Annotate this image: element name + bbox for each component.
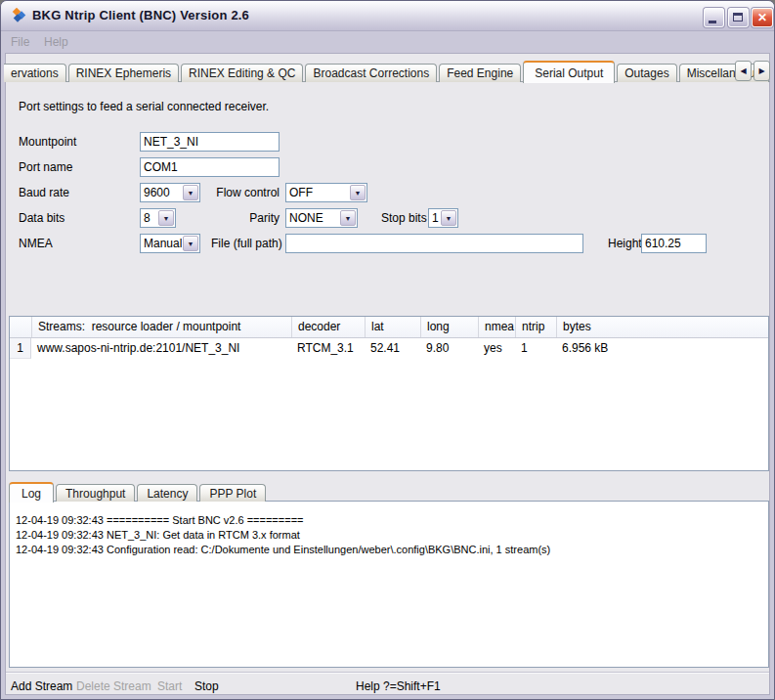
- cell-mountpoint: www.sapos-ni-ntrip.de:2101/NET_3_NI: [31, 338, 291, 359]
- baud-rate-value: 9600: [141, 186, 182, 199]
- menu-file[interactable]: File: [11, 35, 29, 49]
- app-window: BKG Ntrip Client (BNC) Version 2.6 ✕ Fil…: [0, 0, 775, 700]
- tab-rinex-editing-qc[interactable]: RINEX Editing & QC: [181, 64, 303, 82]
- col-nmea: nmea: [478, 317, 515, 337]
- log-line: 12-04-19 09:32:43 Configuration read: C:…: [16, 543, 762, 557]
- height-label: Height: [608, 237, 642, 250]
- file-path-input[interactable]: [285, 234, 583, 253]
- minimize-button[interactable]: [704, 8, 724, 27]
- tab-throughput[interactable]: Throughput: [56, 484, 135, 502]
- col-decoder: decoder: [291, 317, 365, 337]
- form-description: Port settings to feed a serial connected…: [19, 100, 269, 113]
- streams-table: Streams: resource loader / mountpoint de…: [9, 316, 769, 471]
- parity-value: NONE: [286, 211, 339, 225]
- main-tab-bar: ervations RINEX Ephemeris RINEX Editing …: [4, 60, 769, 82]
- file-path-label: File (full path): [211, 237, 282, 250]
- parity-label: Parity: [211, 211, 280, 225]
- data-bits-value: 8: [141, 211, 157, 225]
- chevron-down-icon[interactable]: ▼: [183, 236, 198, 251]
- cell-nmea: yes: [478, 338, 515, 359]
- stop-bits-value: 1: [429, 211, 440, 225]
- delete-stream-button: Delete Stream: [76, 679, 151, 693]
- tab-rinex-ephemeris[interactable]: RINEX Ephemeris: [68, 64, 179, 82]
- baud-rate-select[interactable]: 9600 ▼: [140, 183, 200, 202]
- maximize-icon: [733, 13, 743, 22]
- col-mountpoint: Streams: resource loader / mountpoint: [31, 317, 291, 337]
- data-bits-label: Data bits: [19, 211, 65, 225]
- cell-lat: 52.41: [365, 338, 420, 359]
- bottom-separator: [6, 672, 769, 674]
- flow-control-select[interactable]: OFF ▼: [285, 183, 367, 202]
- close-button[interactable]: ✕: [752, 8, 773, 27]
- mountpoint-label: Mountpoint: [19, 135, 76, 149]
- port-name-input[interactable]: [140, 157, 280, 177]
- tab-serial-output[interactable]: Serial Output: [523, 61, 615, 83]
- tab-ppp-plot[interactable]: PPP Plot: [199, 484, 266, 502]
- cell-bytes: 6.956 kB: [556, 338, 768, 359]
- flow-control-value: OFF: [286, 186, 349, 199]
- parity-select[interactable]: NONE ▼: [285, 208, 358, 228]
- stop-button[interactable]: Stop: [194, 679, 219, 693]
- row-number-header: [10, 317, 31, 337]
- close-icon: ✕: [757, 11, 767, 24]
- cell-ntrip: 1: [515, 338, 556, 359]
- cell-decoder: RTCM_3.1: [291, 338, 365, 359]
- tab-feed-engine[interactable]: Feed Engine: [439, 64, 521, 82]
- table-row[interactable]: 1 www.sapos-ni-ntrip.de:2101/NET_3_NI RT…: [10, 338, 768, 359]
- tab-log[interactable]: Log: [9, 482, 54, 503]
- tab-scroll-left-button[interactable]: ◀: [735, 61, 752, 81]
- flow-control-label: Flow control: [211, 186, 280, 199]
- log-line: 12-04-19 09:32:43 ========== Start BNC v…: [16, 513, 762, 528]
- row-number: 1: [10, 338, 31, 359]
- tab-latency[interactable]: Latency: [137, 484, 197, 502]
- maximize-button[interactable]: [728, 8, 749, 27]
- mountpoint-input[interactable]: [140, 132, 280, 152]
- add-stream-button[interactable]: Add Stream: [11, 679, 72, 693]
- menu-bar: File Help: [1, 31, 774, 53]
- stop-bits-label: Stop bits: [381, 211, 427, 225]
- col-ntrip: ntrip: [515, 317, 556, 337]
- tab-broadcast-corrections[interactable]: Broadcast Corrections: [305, 64, 437, 82]
- port-name-label: Port name: [19, 160, 72, 174]
- nmea-select[interactable]: Manual ▼: [140, 234, 200, 253]
- tab-scroll-right-button[interactable]: ▶: [753, 61, 770, 81]
- stop-bits-select[interactable]: 1 ▼: [428, 208, 458, 228]
- app-logo-icon: [11, 8, 26, 23]
- nmea-value: Manual: [141, 237, 182, 250]
- arrow-right-icon: ▶: [758, 66, 764, 75]
- window-title: BKG Ntrip Client (BNC) Version 2.6: [32, 8, 249, 22]
- col-lat: lat: [365, 317, 420, 337]
- log-line: 12-04-19 09:32:43 NET_3_NI: Get data in …: [16, 528, 762, 543]
- height-input[interactable]: [641, 234, 707, 253]
- arrow-left-icon: ◀: [740, 66, 746, 75]
- title-bar[interactable]: BKG Ntrip Client (BNC) Version 2.6 ✕: [1, 1, 774, 31]
- cell-long: 9.80: [420, 338, 478, 359]
- streams-table-header: Streams: resource loader / mountpoint de…: [10, 317, 768, 338]
- chevron-down-icon[interactable]: ▼: [183, 185, 198, 200]
- chevron-down-icon[interactable]: ▼: [158, 210, 174, 226]
- tab-observations[interactable]: ervations: [4, 64, 66, 82]
- col-bytes: bytes: [556, 317, 768, 337]
- col-long: long: [420, 317, 478, 337]
- menu-help[interactable]: Help: [44, 35, 68, 49]
- help-shortcut-label: Help ?=Shift+F1: [356, 679, 441, 693]
- minimize-icon: [709, 21, 716, 23]
- log-panel: 12-04-19 09:32:43 ========== Start BNC v…: [9, 501, 769, 668]
- chevron-down-icon[interactable]: ▼: [340, 210, 356, 226]
- nmea-label: NMEA: [19, 237, 53, 250]
- bottom-tab-bar: Log Throughput Latency PPP Plot: [9, 481, 266, 502]
- baud-rate-label: Baud rate: [19, 186, 69, 199]
- data-bits-select[interactable]: 8 ▼: [140, 208, 176, 228]
- chevron-down-icon[interactable]: ▼: [441, 210, 456, 226]
- start-button: Start: [157, 679, 182, 693]
- tab-outages[interactable]: Outages: [617, 64, 676, 82]
- chevron-down-icon[interactable]: ▼: [350, 185, 366, 200]
